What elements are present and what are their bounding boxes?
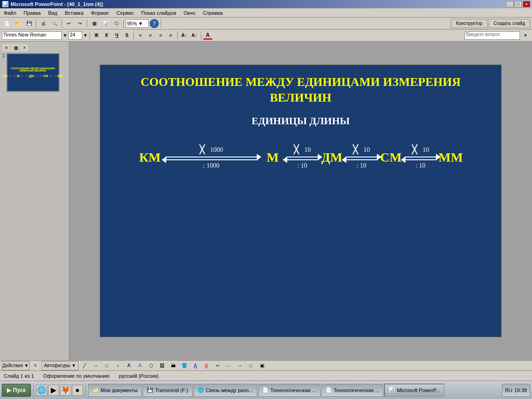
- new-btn[interactable]: 📄: [2, 19, 12, 28]
- arrow-tool-btn[interactable]: →: [91, 361, 101, 370]
- italic-btn[interactable]: К: [102, 31, 111, 40]
- font-name-value: Times New Roman: [3, 32, 46, 37]
- zoom-box[interactable]: 95% ▼: [126, 19, 149, 28]
- arrow-style-btn[interactable]: →: [235, 361, 245, 370]
- font-color-draw-btn[interactable]: A: [201, 361, 212, 370]
- underline-btn[interactable]: Ч: [112, 31, 121, 40]
- slide-canvas: СООТНОШЕНИЕ МЕЖДУ ЕДИНИЦАМИ ИЗМЕРЕНИЯ ВЕ…: [100, 65, 502, 337]
- menu-view[interactable]: Вид: [46, 9, 59, 17]
- undo-btn[interactable]: ↩: [64, 19, 74, 28]
- arrow-km-m: ╲ ╱ 1000: [165, 145, 258, 169]
- tray-time: 19:38: [514, 387, 527, 393]
- font-color-btn[interactable]: A: [203, 31, 212, 40]
- cursor-btn[interactable]: ↖: [30, 361, 41, 370]
- slide-thumbnail-1[interactable]: СООТНОШЕНИЕ МЕЖДУ ЕДИНИЦАМИ ИЗМЕРЕНИЯ ВЕ…: [6, 53, 60, 92]
- actions-btn[interactable]: Действия ▼: [2, 361, 30, 370]
- slide-panel: ≡ ▦ × 1 СООТНОШЕНИЕ МЕЖДУ ЕДИНИЦАМИ ИЗМЕ…: [0, 42, 69, 360]
- autoshapes-btn[interactable]: Автофигуры ▼: [42, 361, 79, 370]
- preview-btn[interactable]: 🔍: [49, 19, 60, 28]
- ellipse-btn[interactable]: ○: [113, 361, 123, 370]
- designer-btn[interactable]: Конструктор: [451, 19, 488, 28]
- zoom-value: 95%: [127, 21, 137, 26]
- panel-outline-btn[interactable]: ≡: [2, 44, 11, 51]
- start-button[interactable]: ▶ Пуск: [2, 384, 31, 397]
- unit-km: КМ: [139, 150, 162, 165]
- unit-m: М: [261, 150, 284, 165]
- taskbar-firefox-icon[interactable]: 🦊: [60, 385, 71, 396]
- increase-font-btn[interactable]: A↑: [180, 31, 189, 40]
- clipart-btn[interactable]: 🖼: [157, 361, 167, 370]
- justify-btn[interactable]: ≡: [166, 31, 175, 40]
- strikethrough-btn[interactable]: S: [122, 31, 132, 40]
- menu-insert[interactable]: Вставка: [63, 9, 85, 17]
- line-color-btn[interactable]: A: [190, 361, 200, 370]
- panel-slides-btn[interactable]: ▦: [12, 44, 20, 51]
- picture-btn[interactable]: 🏔: [168, 361, 178, 370]
- table-btn[interactable]: ▦: [89, 19, 99, 28]
- unit-cm: СМ: [380, 150, 403, 165]
- taskbar-app-tech2[interactable]: 📄 Технологическая ...: [321, 384, 384, 397]
- menu-slideshow[interactable]: Показ слайдов: [139, 9, 178, 17]
- taskbar-chrome-icon[interactable]: ●: [72, 385, 83, 396]
- align-right-btn[interactable]: ≡: [156, 31, 165, 40]
- taskbar-app-documents[interactable]: 📁 Мои документы: [88, 384, 142, 397]
- menu-format[interactable]: Формат: [89, 9, 111, 17]
- close-btn[interactable]: ×: [523, 1, 530, 7]
- rect-btn[interactable]: □: [102, 361, 112, 370]
- window-controls[interactable]: _ □ ×: [506, 1, 530, 7]
- diagram-btn[interactable]: ⬡: [111, 19, 121, 28]
- taskbar-app-svyaz[interactable]: 🌐 Связь между разл...: [193, 384, 257, 397]
- align-left-btn[interactable]: ≡: [136, 31, 145, 40]
- font-size-value: 24: [70, 32, 75, 37]
- panel-close-btn[interactable]: ×: [21, 44, 28, 51]
- menu-service[interactable]: Сервис: [115, 9, 136, 17]
- taskbar-ie-icon[interactable]: 🌐: [36, 385, 47, 396]
- system-tray: RU 19:38: [502, 384, 530, 397]
- taskbar-app-transcend[interactable]: 💾 Transcend (F:): [143, 384, 193, 397]
- maximize-btn[interactable]: □: [514, 1, 522, 7]
- open-btn[interactable]: 📂: [13, 19, 23, 28]
- wordart-btn[interactable]: A: [135, 361, 145, 370]
- menu-window[interactable]: Окно: [182, 9, 198, 17]
- menu-help[interactable]: Справка: [201, 9, 224, 17]
- line-style-btn[interactable]: ═: [212, 361, 223, 370]
- menu-file[interactable]: Файл: [2, 9, 18, 17]
- create-slide-btn[interactable]: Создать слайд: [489, 19, 530, 28]
- slide-title: СООТНОШЕНИЕ МЕЖДУ ЕДИНИЦАМИ ИЗМЕРЕНИЯ ВЕ…: [140, 74, 460, 106]
- slide-edit-area[interactable]: СООТНОШЕНИЕ МЕЖДУ ЕДИНИЦАМИ ИЗМЕРЕНИЯ ВЕ…: [69, 42, 532, 360]
- decrease-font-btn[interactable]: A↓: [190, 31, 199, 40]
- menu-bar: Файл Правка Вид Вставка Формат Сервис По…: [0, 8, 532, 18]
- fill-color-btn[interactable]: 🪣: [179, 361, 189, 370]
- font-size-input[interactable]: 24: [68, 31, 82, 40]
- status-slide-info: Слайд 1 из 1: [4, 373, 34, 379]
- tray-ru: RU: [505, 387, 513, 393]
- taskbar-app-powerpoint[interactable]: 📊 Microsoft PowerP...: [384, 384, 444, 397]
- diagram-draw-btn[interactable]: ⬡: [146, 361, 156, 370]
- ask-placeholder: Введите вопрос: [466, 32, 500, 37]
- taskbar-media-icon[interactable]: ▶: [48, 385, 59, 396]
- menu-edit[interactable]: Правка: [22, 9, 42, 17]
- ask-close-btn[interactable]: ×: [521, 31, 530, 40]
- font-name-input[interactable]: Times New Roman: [2, 31, 62, 40]
- unit-dm: ДМ: [320, 150, 344, 165]
- help-btn[interactable]: ?: [150, 19, 159, 28]
- formatting-toolbar: Times New Roman ▼ 24 ▼ Ж К Ч S ≡ ≡ ≡ ≡ A…: [0, 30, 532, 42]
- bold-btn[interactable]: Ж: [92, 31, 101, 40]
- minimize-btn[interactable]: _: [506, 1, 514, 7]
- drawing-toolbar: Действия ▼ ↖ Автофигуры ▼ ╱ → □ ○ A A ⬡ …: [0, 360, 532, 370]
- dash-style-btn[interactable]: - -: [224, 361, 234, 370]
- ask-input[interactable]: Введите вопрос: [465, 31, 520, 40]
- line-btn[interactable]: ╱: [79, 361, 90, 370]
- main-toolbar: 📄 📂 💾 🖨 🔍 ↩ ↪ ▦ 📊 ⬡ 95% ▼ ? Конструктор …: [0, 18, 532, 30]
- redo-btn[interactable]: ↪: [75, 19, 85, 28]
- chart-btn[interactable]: 📊: [100, 19, 110, 28]
- taskbar: ▶ Пуск 🌐 ▶ 🦊 ● 📁 Мои документы 💾 Transce…: [0, 381, 532, 399]
- align-center-btn[interactable]: ≡: [146, 31, 155, 40]
- print-btn[interactable]: 🖨: [38, 19, 48, 28]
- 3d-btn[interactable]: ▣: [257, 361, 267, 370]
- shadow-btn[interactable]: □: [246, 361, 256, 370]
- save-btn[interactable]: 💾: [24, 19, 34, 28]
- taskbar-app-tech1[interactable]: 📄 Технологическая ...: [258, 384, 320, 397]
- textbox-btn[interactable]: A: [124, 361, 134, 370]
- arrow-left-row: [165, 159, 258, 160]
